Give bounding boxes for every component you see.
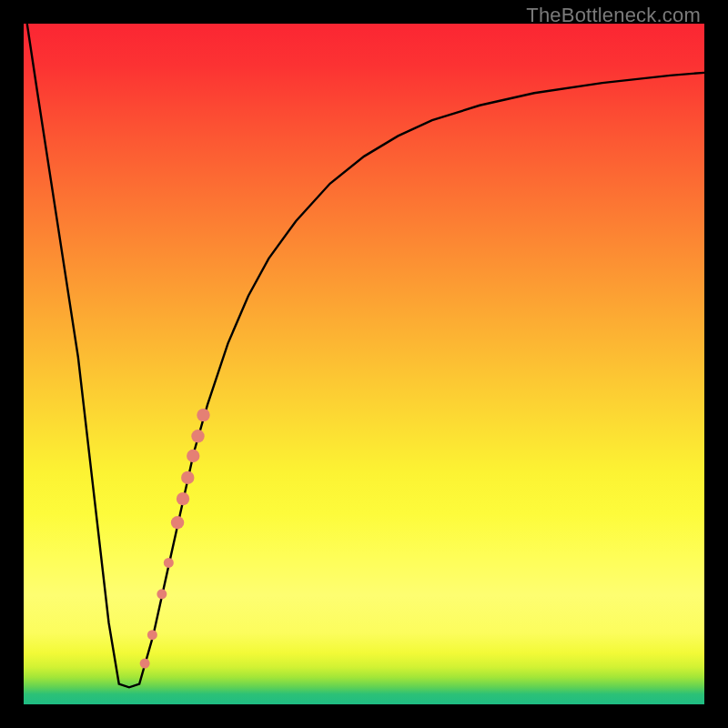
curve-marker [140, 659, 150, 669]
watermark-text: TheBottleneck.com [526, 4, 701, 27]
curve-marker [171, 516, 184, 529]
curve-marker [164, 558, 174, 568]
curve-marker [147, 630, 157, 640]
curve-marker [187, 450, 199, 462]
curve-marker [177, 492, 189, 505]
curve-marker [181, 471, 194, 484]
curve-marker [191, 430, 204, 442]
curve-marker [197, 409, 209, 421]
plot-area [24, 24, 704, 704]
chart-container: TheBottleneck.com [0, 0, 728, 728]
curve-marker [157, 589, 167, 599]
bottleneck-curve-svg [24, 24, 704, 704]
bottleneck-curve [27, 24, 704, 687]
